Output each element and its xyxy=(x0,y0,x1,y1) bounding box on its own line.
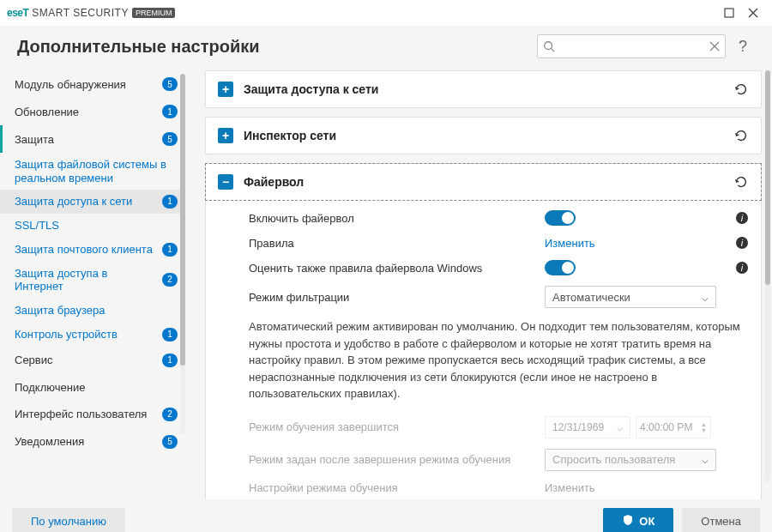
sidebar-item[interactable]: Подключение xyxy=(0,374,184,401)
clear-search-icon[interactable] xyxy=(709,41,720,51)
collapse-icon xyxy=(218,174,233,190)
dropdown-value: Автоматически xyxy=(552,291,630,304)
square-icon xyxy=(724,8,734,18)
sidebar-item[interactable]: Уведомления5 xyxy=(0,428,184,456)
chevron-down-icon: ⌵ xyxy=(702,291,709,304)
panel-header[interactable]: Файервол xyxy=(205,163,762,201)
button-label: Отмена xyxy=(701,515,741,528)
panel-title: Защита доступа к сети xyxy=(244,82,723,96)
sidebar-item-label: Защита браузера xyxy=(15,304,178,317)
filter-mode-dropdown[interactable]: Автоматически ⌵ xyxy=(545,286,716,308)
setting-label: Включить файервол xyxy=(249,212,534,225)
sidebar-item[interactable]: Интерфейс пользователя2 xyxy=(0,401,184,428)
sidebar-item-label: Сервис xyxy=(15,354,157,366)
close-button[interactable] xyxy=(741,1,765,25)
footer: По умолчанию ОК Отмена xyxy=(0,499,772,532)
content-scrollbar[interactable] xyxy=(765,70,770,482)
panel-title: Инспектор сети xyxy=(244,129,723,142)
sidebar-item[interactable]: Защита доступа в Интернет2 xyxy=(0,262,184,299)
cancel-button[interactable]: Отмена xyxy=(682,508,760,532)
spinner-icon: ▲▼ xyxy=(701,421,707,433)
expand-icon xyxy=(218,82,233,97)
sidebar-item[interactable]: SSL/TLS xyxy=(0,214,184,238)
shield-icon xyxy=(622,514,634,529)
setting-label: Режим обучения завершится xyxy=(249,420,534,433)
sidebar-item-label: SSL/TLS xyxy=(15,219,178,233)
toggle-switch[interactable] xyxy=(545,210,576,226)
search-box[interactable] xyxy=(537,34,726,58)
titlebar: eseT SMART SECURITY PREMIUM xyxy=(0,0,772,26)
revert-button[interactable] xyxy=(733,82,749,97)
sidebar-item[interactable]: Сервис1 xyxy=(0,347,184,374)
info-icon[interactable]: i xyxy=(735,236,749,250)
sidebar-item[interactable]: Защита почтового клиента1 xyxy=(0,238,184,262)
chevron-down-icon: ⌵ xyxy=(702,453,709,466)
panel-title: Файервол xyxy=(244,175,723,189)
sidebar: Модуль обнаружения5Обновление1Защита5Защ… xyxy=(0,70,184,499)
info-icon[interactable]: i xyxy=(735,261,749,275)
sidebar-item[interactable]: Обновление1 xyxy=(0,98,184,125)
eset-logo: eseT xyxy=(7,7,28,19)
sidebar-item[interactable]: Модуль обнаружения5 xyxy=(0,70,184,98)
maximize-button[interactable] xyxy=(717,1,741,25)
panel-network-inspector: Инспектор сети xyxy=(205,117,762,154)
button-label: ОК xyxy=(639,515,654,528)
date-value: 12/31/1969 xyxy=(552,421,604,433)
panel-body: Включить файервол i Правила Изменить i О… xyxy=(206,200,761,499)
panel-network-access: Защита доступа к сети xyxy=(205,70,762,108)
svg-point-1 xyxy=(545,42,552,50)
search-input[interactable] xyxy=(558,40,706,53)
default-button[interactable]: По умолчанию xyxy=(12,508,125,532)
sidebar-item-label: Защита доступа в Интернет xyxy=(15,267,157,293)
count-badge: 1 xyxy=(162,243,178,257)
page-header: Дополнительные настройки ? xyxy=(0,26,772,70)
time-picker: 4:00:00 PM ▲▼ xyxy=(636,416,711,438)
content-pane: Защита доступа к сети Инспектор сети Фай… xyxy=(184,70,772,499)
setting-label: Режим задан после завершения режима обуч… xyxy=(249,453,534,466)
product-name: SMART SECURITY xyxy=(32,7,129,19)
edit-link[interactable]: Изменить xyxy=(545,237,595,250)
sidebar-item-label: Модуль обнаружения xyxy=(15,78,157,91)
revert-button[interactable] xyxy=(733,174,749,190)
expand-icon xyxy=(218,128,233,143)
time-value: 4:00:00 PM xyxy=(640,421,692,433)
revert-button[interactable] xyxy=(733,128,749,143)
setting-label: Режим фильтрации xyxy=(249,291,534,304)
after-learning-dropdown: Спросить пользователя ⌵ xyxy=(545,449,716,471)
setting-learning-settings: Настройки режима обучения Изменить xyxy=(249,476,749,500)
sidebar-item[interactable]: Контроль устройств1 xyxy=(0,323,184,347)
edit-link: Изменить xyxy=(545,481,595,494)
count-badge: 1 xyxy=(162,195,178,209)
sidebar-item[interactable]: Защита файловой системы в реальном време… xyxy=(0,153,184,190)
count-badge: 5 xyxy=(162,435,178,449)
sidebar-item[interactable]: Защита5 xyxy=(0,125,184,153)
page-title: Дополнительные настройки xyxy=(17,37,537,57)
sidebar-item-label: Защита почтового клиента xyxy=(15,243,157,257)
count-badge: 1 xyxy=(162,354,178,367)
count-badge: 1 xyxy=(162,105,178,118)
sidebar-item-label: Обновление xyxy=(15,106,157,118)
panel-header[interactable]: Защита доступа к сети xyxy=(206,71,761,107)
sidebar-item-label: Защита доступа к сети xyxy=(15,195,157,209)
sidebar-item-label: Уведомления xyxy=(15,435,157,448)
sidebar-item[interactable]: Защита браузера xyxy=(0,299,184,323)
sidebar-item-label: Интерфейс пользователя xyxy=(15,408,157,420)
button-label: По умолчанию xyxy=(31,515,106,528)
setting-after-learning-mode: Режим задан после завершения режима обуч… xyxy=(249,444,749,476)
help-button[interactable]: ? xyxy=(731,34,755,58)
setting-label: Правила xyxy=(249,237,534,250)
info-icon[interactable]: i xyxy=(735,211,749,225)
count-badge: 2 xyxy=(162,273,178,287)
sidebar-item[interactable]: Защита доступа к сети1 xyxy=(0,190,184,214)
ok-button[interactable]: ОК xyxy=(603,508,673,532)
setting-rules: Правила Изменить i xyxy=(249,231,749,255)
toggle-switch[interactable] xyxy=(545,260,576,275)
panel-header[interactable]: Инспектор сети xyxy=(206,118,761,154)
brand: eseT SMART SECURITY PREMIUM xyxy=(7,7,175,19)
filter-mode-description: Автоматический режим активирован по умол… xyxy=(249,313,749,411)
panel-firewall: Файервол Включить файервол i Правила Изм… xyxy=(205,163,762,499)
main-area: Модуль обнаружения5Обновление1Защита5Защ… xyxy=(0,70,772,499)
search-icon xyxy=(543,40,555,52)
chevron-down-icon: ⌵ xyxy=(617,421,623,433)
setting-label: Оценить также правила файервола Windows xyxy=(249,262,534,275)
